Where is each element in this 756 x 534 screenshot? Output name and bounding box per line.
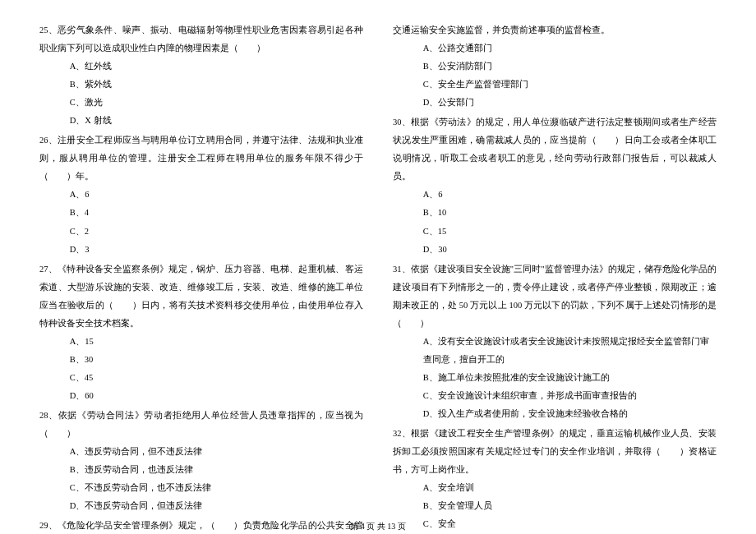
q29-opt-d: D、公安部门 xyxy=(393,94,717,112)
right-column: 交通运输安全实施监督，并负责前述事项的监督检查。 A、公路交通部门 B、公安消防… xyxy=(393,20,717,504)
q27-stem: 27、《特种设备安全监察条例》规定，锅炉、压力容器、电梯、起重机械、客运索道、大… xyxy=(39,260,363,333)
q28-opt-b: B、违反劳动合同，也违反法律 xyxy=(39,461,363,479)
q27-opt-d: D、60 xyxy=(39,387,363,405)
q31-opt-b: B、施工单位未按照批准的安全设施设计施工的 xyxy=(393,369,717,387)
q26-stem: 26、注册安全工程师应当与聘用单位订立聘用合同，并遵守法律、法规和执业准则，服从… xyxy=(39,131,363,186)
q31-opt-a: A、没有安全设施设计或者安全设施设计未按照规定报经安全监管部门审查同意，擅自开工… xyxy=(393,333,717,369)
q32-stem: 32、根据《建设工程安全生产管理条例》的规定，垂直运输机械作业人员、安装拆卸工必… xyxy=(393,425,717,479)
q28-opt-c: C、不违反劳动合同，也不违反法律 xyxy=(39,479,363,497)
q25-opt-b: B、紫外线 xyxy=(39,76,363,94)
q25-opt-c: C、激光 xyxy=(39,94,363,112)
q28-opt-d: D、不违反劳动合同，但违反法律 xyxy=(39,497,363,515)
page-footer: 第 4 页 共 13 页 xyxy=(0,521,756,532)
q29-opt-c: C、安全生产监督管理部门 xyxy=(393,76,717,94)
q31-stem: 31、依据《建设项目安全设施"三同时"监督管理办法》的规定，储存危险化学品的建设… xyxy=(393,260,717,333)
left-column: 25、恶劣气象条件、噪声、振动、电磁辐射等物理性职业危害因素容易引起各种职业病下… xyxy=(39,20,363,504)
q29-opt-b: B、公安消防部门 xyxy=(393,58,717,76)
q31-opt-d: D、投入生产或者使用前，安全设施未经验收合格的 xyxy=(393,405,717,423)
q30-opt-c: C、15 xyxy=(393,223,717,241)
q26-opt-d: D、3 xyxy=(39,241,363,259)
q31-opt-c: C、安全设施设计未组织审查，并形成书面审查报告的 xyxy=(393,387,717,405)
q32-opt-b: B、安全管理人员 xyxy=(393,497,717,515)
q25-stem: 25、恶劣气象条件、噪声、振动、电磁辐射等物理性职业危害因素容易引起各种职业病下… xyxy=(39,21,363,58)
q29-opt-a: A、公路交通部门 xyxy=(393,39,717,58)
q26-opt-b: B、4 xyxy=(39,204,363,222)
q30-opt-d: D、30 xyxy=(393,241,717,259)
q28-stem: 28、依据《劳动合同法》劳动者拒绝用人单位经营人员违章指挥的，应当视为（ ） xyxy=(39,407,363,443)
q26-opt-c: C、2 xyxy=(39,223,363,241)
q30-opt-b: B、10 xyxy=(393,204,717,222)
q32-opt-a: A、安全培训 xyxy=(393,479,717,497)
q27-opt-b: B、30 xyxy=(39,351,363,369)
q25-opt-d: D、X 射线 xyxy=(39,112,363,130)
q30-opt-a: A、6 xyxy=(393,186,717,204)
q25-opt-a: A、红外线 xyxy=(39,58,363,76)
q26-opt-a: A、6 xyxy=(39,186,363,204)
q27-opt-c: C、45 xyxy=(39,369,363,387)
q27-opt-a: A、15 xyxy=(39,333,363,351)
q29-cont: 交通运输安全实施监督，并负责前述事项的监督检查。 xyxy=(393,21,717,39)
q30-stem: 30、根据《劳动法》的规定，用人单位濒临破产进行法定整顿期间或者生产经营状况发生… xyxy=(393,113,717,186)
q28-opt-a: A、违反劳动合同，但不违反法律 xyxy=(39,443,363,461)
